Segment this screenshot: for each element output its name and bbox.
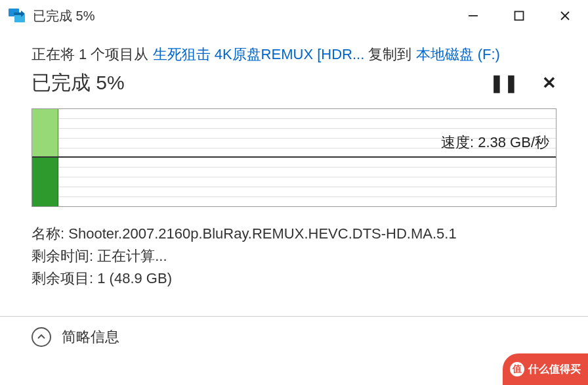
close-button[interactable] <box>542 0 588 32</box>
watermark-text: 什么值得买 <box>528 363 581 376</box>
copy-description: 正在将 1 个项目从 生死狙击 4K原盘REMUX [HDR... 复制到 本地… <box>32 45 556 64</box>
source-link[interactable]: 生死狙击 4K原盘REMUX [HDR... <box>153 46 365 62</box>
detail-items: 剩余项目: 1 (48.9 GB) <box>32 269 556 288</box>
status-controls: ❚❚ ✕ <box>490 73 556 93</box>
items-label: 剩余项目: <box>32 270 93 286</box>
chart-bottom-half <box>32 158 556 206</box>
watermark-badge: 值 什么值得买 <box>503 353 588 385</box>
chart-gridlines <box>32 158 556 206</box>
name-value: Shooter.2007.2160p.BluRay.REMUX.HEVC.DTS… <box>68 225 456 242</box>
detail-time: 剩余时间: 正在计算... <box>32 246 556 266</box>
status-text: 已完成 5% <box>32 70 125 97</box>
content-area: 正在将 1 个项目从 生死狙击 4K原盘REMUX [HDR... 复制到 本地… <box>0 32 588 298</box>
details-toggle-label: 简略信息 <box>62 327 119 347</box>
progress-bar-bottom <box>32 158 58 206</box>
copy-progress-icon <box>8 7 26 25</box>
svg-rect-1 <box>14 14 25 22</box>
transfer-chart: 速度: 2.38 GB/秒 <box>32 108 556 207</box>
cancel-button[interactable]: ✕ <box>542 73 556 93</box>
chart-top-half: 速度: 2.38 GB/秒 <box>32 109 556 158</box>
detail-name: 名称: Shooter.2007.2160p.BluRay.REMUX.HEVC… <box>32 224 556 244</box>
status-row: 已完成 5% ❚❚ ✕ <box>32 70 556 97</box>
time-value: 正在计算... <box>97 248 167 264</box>
watermark-icon: 值 <box>510 362 524 376</box>
time-label: 剩余时间: <box>32 248 93 264</box>
chevron-up-icon <box>32 327 51 347</box>
minimize-button[interactable] <box>450 0 496 32</box>
copy-prefix: 正在将 1 个项目从 <box>32 46 153 62</box>
items-value: 1 (48.9 GB) <box>97 270 172 286</box>
details-toggle[interactable]: 简略信息 <box>0 317 588 357</box>
maximize-button[interactable] <box>496 0 542 32</box>
speed-label: 速度: 2.38 GB/秒 <box>441 133 549 152</box>
title-bar: 已完成 5% <box>0 0 588 32</box>
progress-bar-top <box>32 109 58 156</box>
name-label: 名称: <box>32 225 64 242</box>
svg-rect-2 <box>515 12 524 20</box>
title-text: 已完成 5% <box>33 7 450 25</box>
copy-middle: 复制到 <box>364 46 415 62</box>
details-block: 名称: Shooter.2007.2160p.BluRay.REMUX.HEVC… <box>32 224 556 288</box>
window-controls <box>450 0 588 32</box>
target-link[interactable]: 本地磁盘 (F:) <box>416 46 500 62</box>
pause-button[interactable]: ❚❚ <box>490 73 518 93</box>
